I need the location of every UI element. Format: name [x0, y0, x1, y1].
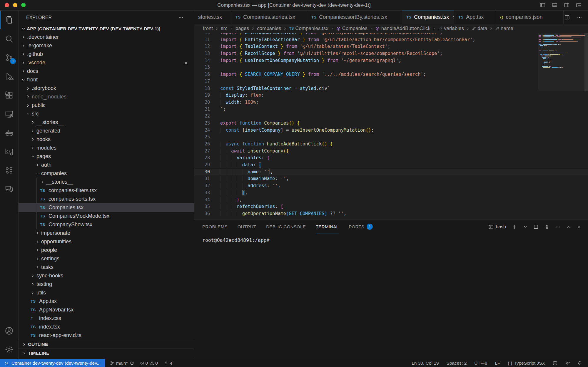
tree-file-appnavbar.tsx[interactable]: TSAppNavbar.tsx — [19, 306, 194, 314]
breadcrumb-companies[interactable]: Companies — [336, 26, 368, 31]
activity-search-icon[interactable] — [0, 29, 18, 48]
code-line-36[interactable]: 36 getOperationName(GET_COMPANIES) ?? ''… — [194, 210, 588, 217]
code-line-12[interactable]: 12import { TableContext } from '@/ui/tab… — [194, 43, 588, 50]
code-line-27[interactable]: 27 await insertCompany({ — [194, 148, 588, 155]
new-terminal-icon[interactable] — [512, 224, 517, 229]
code-line-25[interactable]: 25 — [194, 134, 588, 141]
tree-folder-node-modules[interactable]: node_modules — [19, 93, 194, 101]
activity-settings-icon[interactable] — [0, 340, 18, 359]
tab-stories-tsx[interactable]: stories.tsx — [194, 11, 231, 24]
breadcrumb-companies-tsx[interactable]: TSCompanies.tsx — [289, 26, 328, 31]
minimap-slider[interactable] — [538, 33, 588, 91]
code-line-32[interactable]: 32 address: '', — [194, 182, 588, 190]
tree-folder-.storybook[interactable]: .storybook — [19, 84, 194, 93]
code-line-26[interactable]: 26 async function handleAddButtonClick()… — [194, 141, 588, 148]
tree-folder-generated[interactable]: generated — [19, 127, 194, 135]
breadcrumb-front[interactable]: front — [203, 26, 213, 31]
tree-file-index.tsx[interactable]: TSindex.tsx — [19, 323, 194, 331]
tree-folder-modules[interactable]: modules — [19, 144, 194, 152]
code-line-16[interactable]: 16import { SEARCH_COMPANY_QUERY } from '… — [194, 71, 588, 78]
tree-file-companies-filters.tsx[interactable]: TScompanies-filters.tsx — [19, 186, 194, 195]
code-line-28[interactable]: 28 variables: { — [194, 155, 588, 162]
code-line-33[interactable]: 33 }, — [194, 190, 588, 197]
problems-status[interactable]: 00 — [140, 361, 158, 366]
notifications-bell-icon[interactable] — [577, 361, 582, 366]
breadcrumb-variables[interactable]: variables — [438, 26, 464, 31]
tree-folder-front[interactable]: front — [19, 76, 194, 84]
tree-folder-sync-hooks[interactable]: sync-hooks — [19, 272, 194, 280]
explorer-more-actions-icon[interactable] — [178, 15, 183, 20]
code-line-23[interactable]: 23export function Companies() { — [194, 120, 588, 127]
panel-tab-terminal[interactable]: TERMINAL — [316, 220, 339, 234]
code-line-34[interactable]: 34 }, — [194, 197, 588, 204]
tab-companies-stories-tsx[interactable]: TSCompanies.stories.tsx — [231, 11, 307, 24]
close-tab-icon[interactable] — [452, 15, 454, 19]
editor-more-actions-icon[interactable] — [577, 15, 582, 20]
tree-folder-impersonate[interactable]: impersonate — [19, 229, 194, 237]
close-panel-icon[interactable] — [577, 225, 582, 229]
tab-companies-json[interactable]: {}companies.json — [496, 11, 564, 24]
cursor-position-status[interactable]: Ln 30, Col 19 — [412, 361, 439, 366]
customize-layout-icon[interactable] — [576, 2, 582, 8]
terminal-dropdown-icon[interactable] — [523, 225, 527, 229]
tree-file-companies.tsx[interactable]: TSCompanies.tsx — [19, 203, 194, 212]
tree-folder--stories-[interactable]: __stories__ — [19, 178, 194, 186]
tab-app-tsx[interactable]: TSApp.tsx — [454, 11, 496, 24]
toggle-primary-sidebar-icon[interactable] — [540, 2, 545, 8]
activity-remote-explorer-icon[interactable] — [0, 105, 18, 123]
code-line-11[interactable]: 11import { EntityTableActionBar } from '… — [194, 36, 588, 43]
activity-explorer-icon[interactable] — [0, 11, 18, 29]
tree-folder-.vscode[interactable]: .vscode — [19, 58, 194, 67]
tree-folder-public[interactable]: public — [19, 101, 194, 110]
code-line-10[interactable]: 10import { WithTopBarContainer } from '@… — [194, 33, 588, 36]
workspace-section-header[interactable]: APP [CONTAINER DEV-TWENTY-DEV (DEV-TWENT… — [19, 24, 194, 33]
code-line-15[interactable]: 15 — [194, 64, 588, 71]
tree-folder-utils[interactable]: utils — [19, 289, 194, 297]
panel-tab-ports[interactable]: PORTS1 — [349, 220, 373, 234]
forwarded-ports-status[interactable]: 4 — [164, 361, 173, 366]
activity-account-icon[interactable] — [0, 321, 18, 340]
tree-folder-opportunities[interactable]: opportunities — [19, 237, 194, 246]
tree-folder--stories-[interactable]: __stories__ — [19, 118, 194, 127]
tree-file-companies-sorts.tsx[interactable]: TScompanies-sorts.tsx — [19, 195, 194, 203]
feedback-smiley-icon[interactable] — [553, 361, 557, 366]
panel-tab-output[interactable]: OUTPUT — [238, 220, 256, 234]
breadcrumb-data[interactable]: data — [472, 26, 487, 31]
tree-folder-src[interactable]: src — [19, 110, 194, 118]
breadcrumb-companies[interactable]: companies — [257, 26, 281, 31]
activity-dev-containers-icon[interactable] — [0, 142, 18, 161]
eol-status[interactable]: LF — [495, 361, 500, 366]
tree-folder-testing[interactable]: testing — [19, 280, 194, 289]
activity-source-control-icon[interactable]: 1 — [0, 48, 18, 67]
code-line-18[interactable]: 18const StyledTableContainer = styled.di… — [194, 85, 588, 92]
tree-folder-hooks[interactable]: hooks — [19, 135, 194, 144]
tree-file-react-app-env.d.ts[interactable]: TSreact-app-env.d.ts — [19, 331, 194, 340]
kill-terminal-icon[interactable] — [544, 224, 549, 229]
tree-file-index.css[interactable]: #index.css — [19, 314, 194, 323]
code-line-31[interactable]: 31 domainName: '', — [194, 175, 588, 182]
breadcrumb-handleaddbuttonclick[interactable]: handleAddButtonClick — [375, 26, 430, 31]
git-branch-status[interactable]: main* — [110, 361, 134, 366]
toggle-panel-icon[interactable] — [552, 2, 557, 8]
activity-run-and-debug-icon[interactable] — [0, 67, 18, 86]
close-window-button[interactable] — [5, 3, 9, 7]
code-line-35[interactable]: 35 refetchQueries: [ — [194, 203, 588, 210]
code-line-22[interactable]: 22 — [194, 113, 588, 120]
tree-file-app.tsx[interactable]: TSApp.tsx — [19, 297, 194, 306]
breadcrumb-pages[interactable]: pages — [235, 26, 249, 31]
panel-more-actions-icon[interactable] — [555, 224, 560, 229]
panel-tab-problems[interactable]: PROBLEMS — [202, 220, 228, 234]
breadcrumb-name[interactable]: name — [495, 26, 513, 31]
activity-organization-icon[interactable] — [0, 161, 18, 180]
tree-file-companyshow.tsx[interactable]: TSCompanyShow.tsx — [19, 220, 194, 229]
minimize-window-button[interactable] — [13, 3, 17, 7]
timeline-section-header[interactable]: TIMELINE — [19, 348, 194, 357]
tree-folder-.github[interactable]: .github — [19, 50, 194, 58]
split-editor-icon[interactable] — [564, 15, 570, 20]
shell-selector[interactable]: bash — [489, 224, 506, 229]
tweet-feedback-icon[interactable] — [565, 361, 570, 366]
zoom-window-button[interactable] — [21, 3, 26, 7]
terminal-output[interactable]: root@0a42ecd84891:/app# — [194, 234, 588, 243]
tab-companies-tsx[interactable]: TSCompanies.tsx — [402, 11, 454, 24]
tree-folder-.ergomake[interactable]: .ergomake — [19, 41, 194, 50]
